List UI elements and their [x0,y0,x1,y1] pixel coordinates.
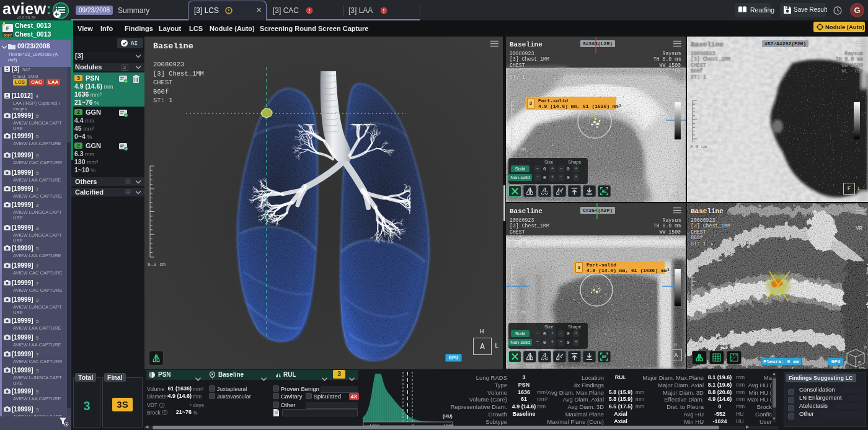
svg-text:9.2 cm: 9.2 cm [148,261,166,267]
svg-text:F: F [858,360,861,366]
svg-text:AE: AE [602,189,607,194]
svg-text:F: F [6,25,10,32]
svg-text:AE: AE [602,354,607,359]
svg-text:P: P [864,346,867,351]
svg-text:L: L [843,348,845,353]
svg-text:069Y: 069Y [3,33,12,37]
